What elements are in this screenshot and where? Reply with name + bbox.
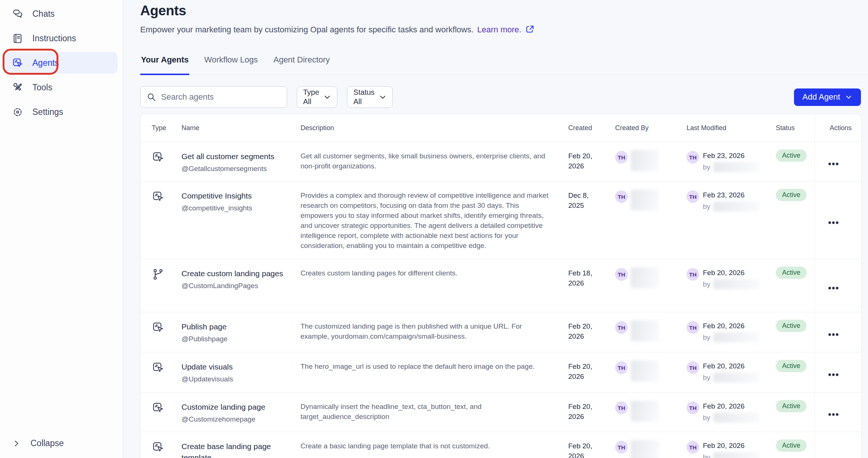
status-badge: Active: [776, 189, 807, 201]
chats-icon: [12, 8, 23, 20]
sidebar-item-agents[interactable]: Agents: [5, 52, 118, 74]
last-modified-avatar: TH: [687, 268, 699, 281]
row-actions-button[interactable]: [824, 151, 843, 173]
created-date: Feb 18, 2026: [568, 259, 615, 312]
last-modified-avatar: TH: [687, 151, 699, 164]
table-body: Get all customer segments @Getallcustome…: [141, 142, 861, 458]
status-badge: Active: [776, 360, 807, 372]
status-filter-dropdown[interactable]: Status All: [347, 86, 393, 108]
agent-handle: @Customizehomepage: [181, 415, 291, 423]
created-by-avatar: TH: [615, 441, 628, 454]
created-date: Dec 8, 2025: [568, 181, 615, 259]
table-row[interactable]: Publish page @Publishpage The customized…: [141, 312, 861, 352]
tab-your-agents[interactable]: Your Agents: [140, 55, 189, 75]
agent-handle: @CustomLandingPages: [181, 282, 291, 290]
redacted-created-by-name: [631, 440, 659, 458]
last-modified-date: Feb 20, 2026: [703, 361, 760, 371]
table-row[interactable]: Get all customer segments @Getallcustome…: [141, 142, 861, 181]
agent-name[interactable]: Update visuals: [181, 361, 289, 372]
table-row[interactable]: Create base landing page template Create…: [141, 432, 861, 458]
redacted-modifier-name: [713, 332, 760, 342]
agent-handle: @Publishpage: [181, 335, 291, 343]
main-content: Agents Empower your marketing team by cu…: [123, 0, 868, 458]
agent-description: Dynamically insert the headline_text, ct…: [300, 393, 561, 432]
row-actions-button[interactable]: [824, 401, 843, 423]
row-actions-button[interactable]: [824, 361, 843, 384]
agent-handle: @Updatevisuals: [181, 375, 291, 383]
column-header-created: Created: [568, 124, 615, 132]
created-date: Feb 20, 2026: [568, 393, 615, 432]
created-by-avatar: TH: [615, 151, 628, 164]
sidebar-item-label: Instructions: [32, 33, 76, 43]
sidebar-item-instructions[interactable]: Instructions: [5, 28, 118, 49]
agent-handle: @Getallcustomersegments: [181, 165, 291, 173]
redacted-created-by-name: [631, 401, 659, 422]
created-by-avatar: TH: [615, 321, 628, 334]
agent-description: The hero_image_url is used to replace th…: [300, 352, 561, 392]
external-link-icon[interactable]: [525, 25, 535, 35]
by-label: by: [703, 374, 710, 382]
created-date: Feb 20, 2026: [568, 312, 615, 352]
agent-name[interactable]: Publish page: [181, 321, 289, 332]
row-actions-button[interactable]: [824, 441, 843, 458]
search-icon: [147, 92, 157, 102]
table-row[interactable]: Create custom landing pages @CustomLandi…: [141, 259, 861, 312]
redacted-modifier-name: [713, 162, 760, 172]
last-modified-date: Feb 20, 2026: [703, 441, 760, 451]
table-row[interactable]: Update visuals @Updatevisuals The hero_i…: [141, 352, 861, 393]
column-header-name: Name: [181, 124, 300, 132]
redacted-created-by-name: [631, 150, 659, 171]
row-actions-button[interactable]: [824, 268, 843, 304]
add-agent-button[interactable]: Add Agent: [794, 88, 861, 106]
created-date: Feb 20, 2026: [568, 142, 615, 181]
chevron-down-icon: [845, 93, 853, 101]
redacted-modifier-name: [713, 372, 760, 383]
row-actions-button[interactable]: [824, 321, 843, 344]
agent-name[interactable]: Customize landing page: [181, 401, 289, 413]
status-filter-value: All: [353, 97, 374, 106]
sidebar-item-chats[interactable]: Chats: [5, 3, 118, 25]
type-filter-dropdown[interactable]: Type All: [297, 86, 337, 108]
by-label: by: [703, 453, 710, 458]
learn-more-link[interactable]: Learn more.: [477, 25, 521, 35]
table-row[interactable]: Competitive Insights @competitive_insigh…: [141, 181, 861, 259]
instructions-icon: [12, 33, 23, 44]
collapse-sidebar-button[interactable]: Collapse: [12, 438, 64, 448]
toolbar: Type All Status All Add Agent: [140, 86, 868, 108]
column-header-description: Description: [300, 124, 568, 132]
last-modified-avatar: TH: [687, 441, 699, 454]
agent-name[interactable]: Get all customer segments: [181, 151, 289, 162]
sidebar-item-settings[interactable]: Settings: [5, 101, 118, 123]
agent-name[interactable]: Competitive Insights: [181, 190, 289, 201]
sidebar-nav: Chats Instructions Agents: [5, 3, 118, 123]
last-modified-avatar: TH: [687, 321, 699, 334]
agent-type-icon: [152, 190, 164, 203]
search-input[interactable]: [161, 92, 281, 102]
status-badge: Active: [776, 149, 807, 162]
agent-description: Creates custom landing pages for differe…: [300, 259, 561, 312]
column-header-last-modified: Last Modified: [687, 124, 776, 132]
row-actions-button[interactable]: [824, 190, 843, 251]
tab-agent-directory[interactable]: Agent Directory: [273, 55, 331, 75]
last-modified-avatar: TH: [687, 361, 699, 374]
ellipsis-icon: [828, 372, 839, 377]
redacted-created-by-name: [631, 267, 659, 288]
ellipsis-icon: [828, 412, 839, 417]
agent-type-icon: [152, 321, 164, 334]
last-modified-avatar: TH: [687, 401, 699, 414]
last-modified-avatar: TH: [687, 190, 699, 203]
column-header-type: Type: [141, 124, 181, 132]
last-modified-date: Feb 23, 2026: [703, 151, 760, 161]
table-row[interactable]: Customize landing page @Customizehomepag…: [141, 393, 861, 432]
page-subtitle: Empower your marketing team by customizi…: [140, 25, 868, 35]
agent-description: The customized landing page is then publ…: [300, 312, 561, 352]
chevron-down-icon: [323, 93, 332, 101]
add-agent-label: Add Agent: [802, 92, 840, 102]
sidebar-item-tools[interactable]: Tools: [5, 77, 118, 98]
last-modified-date: Feb 23, 2026: [703, 190, 760, 200]
redacted-modifier-name: [713, 413, 760, 423]
agent-name[interactable]: Create custom landing pages: [181, 268, 289, 279]
ellipsis-icon: [828, 161, 839, 167]
agent-name[interactable]: Create base landing page template: [181, 441, 289, 458]
tab-workflow-logs[interactable]: Workflow Logs: [203, 55, 258, 75]
